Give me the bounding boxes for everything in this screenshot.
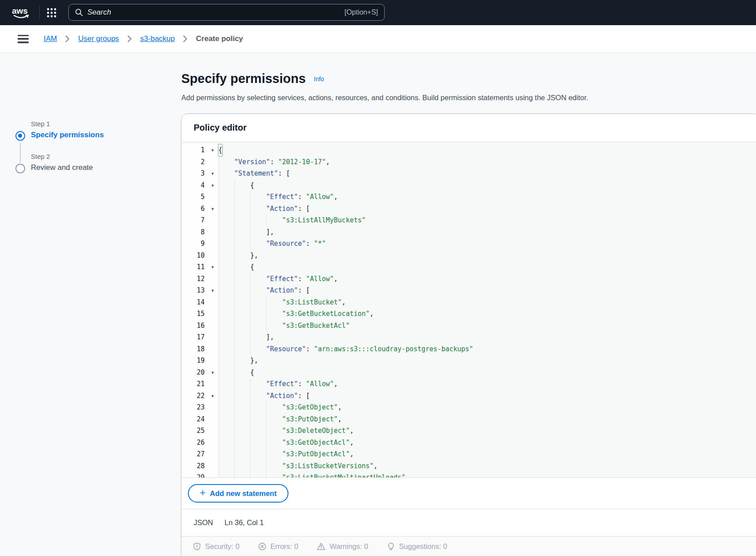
indent-guides [218,425,282,437]
json-string: "Allow" [306,273,334,285]
warning-triangle-icon [317,542,326,551]
json-string: "s3:GetBucketLocation" [282,308,370,320]
line-number: 24 [181,413,207,425]
code-line[interactable]: 13▾"Action": [ [181,285,756,297]
indent-guides [218,343,266,355]
code-line[interactable]: 27"s3:PutObjectAcl", [181,448,756,460]
code-line[interactable]: 15"s3:GetBucketLocation", [181,308,756,320]
code-line[interactable]: 3▾"Statement": [ [181,168,756,180]
suggestions-count[interactable]: Suggestions: 0 [387,542,447,551]
indent-guides [218,378,266,390]
search-icon [75,8,83,16]
code-line[interactable]: 19}, [181,355,756,367]
json-punctuation: , [334,273,338,285]
line-number: 2 [181,156,207,168]
json-punctuation: ], [266,331,274,343]
code-text: "Statement": [ [218,168,756,180]
fold-toggle-icon[interactable]: ▾ [207,261,218,273]
code-line[interactable]: 8], [181,226,756,238]
code-line[interactable]: 2"Version": "2012-10-17", [181,156,756,168]
code-text: { [218,144,756,156]
aws-logo-icon[interactable]: aws [11,5,32,20]
side-menu-icon[interactable] [18,35,29,43]
json-punctuation: , [350,448,354,460]
indent-guides [218,168,234,180]
json-punctuation: , [405,472,409,477]
json-string: "s3:ListBucketVersions" [282,460,374,472]
json-string: "s3:ListAllMyBuckets" [282,214,366,226]
breadcrumb-link-iam[interactable]: IAM [44,34,57,43]
code-line[interactable]: 4▾{ [181,180,756,192]
fold-toggle-icon[interactable]: ▾ [207,367,218,379]
json-punctuation: , [342,297,346,308]
code-line[interactable]: 16"s3:GetBucketAcl" [181,320,756,332]
json-code-editor[interactable]: 1▾{2"Version": "2012-10-17",3▾"Statement… [181,142,756,477]
code-line[interactable]: 21"Effect": "Allow", [181,378,756,390]
breadcrumb-link-s3-backup[interactable]: s3-backup [140,34,175,43]
code-text: "s3:DeleteObject", [218,425,756,437]
fold-toggle-icon[interactable]: ▾ [207,180,218,192]
json-punctuation: , [338,402,342,413]
services-grid-icon[interactable] [46,7,57,19]
code-line[interactable]: 25"s3:DeleteObject", [181,425,756,437]
page-header: Specify permissions Info [181,71,666,86]
code-line[interactable]: 9"Resource": "*" [181,238,756,250]
code-text: "Effect": "Allow", [218,378,756,390]
code-text: "s3:ListAllMyBuckets" [218,214,756,226]
fold-toggle-icon[interactable]: ▾ [207,285,218,297]
code-line[interactable]: 24"s3:PutObject", [181,413,756,425]
code-line[interactable]: 18"Resource": "arn:aws:s3:::cloudray-pos… [181,343,756,355]
plus-icon: + [200,487,206,499]
warnings-count[interactable]: Warnings: 0 [317,542,368,551]
editor-status-bar: JSON Ln 36, Col 1 [181,509,756,536]
security-count[interactable]: Security: 0 [193,542,240,551]
fold-toggle-icon[interactable]: ▾ [207,144,218,156]
top-navigation-bar: aws Search [Option+S] [0,0,756,25]
code-line[interactable]: 1▾{ [181,144,756,156]
code-line[interactable]: 23"s3:GetObject", [181,402,756,413]
code-line[interactable]: 7"s3:ListAllMyBuckets" [181,214,756,226]
step2-radio-icon[interactable] [15,164,25,173]
step1-radio-icon[interactable] [15,131,25,141]
code-line[interactable]: 20▾{ [181,367,756,379]
indent-guides [218,448,282,460]
code-text: "Resource": "*" [218,238,756,250]
search-input[interactable]: Search [Option+S] [68,4,385,21]
fold-gutter [207,472,218,477]
fold-toggle-icon[interactable]: ▾ [207,390,218,402]
chevron-right-icon [183,35,187,42]
code-line[interactable]: 14"s3:ListBucket", [181,297,756,308]
code-line[interactable]: 17], [181,331,756,343]
json-string: "Allow" [306,191,334,203]
code-line[interactable]: 22▾"Action": [ [181,390,756,402]
wizard-steps-nav: Step 1 Specify permissions Step 2 Review… [0,53,159,150]
json-string: "2012-10-17" [278,156,326,168]
fold-gutter [207,273,218,285]
step2-title[interactable]: Review and create [31,163,93,172]
json-key: "Effect" [266,378,298,390]
fold-toggle-icon[interactable]: ▾ [207,168,218,180]
code-line[interactable]: 26"s3:GetObjectAcl", [181,437,756,449]
indent-guides [218,238,266,250]
code-line[interactable]: 12"Effect": "Allow", [181,273,756,285]
line-number: 14 [181,297,207,308]
breadcrumb-link-user-groups[interactable]: User groups [78,34,119,43]
indent-guides [218,472,282,477]
info-link[interactable]: Info [314,75,324,83]
indent-guides [218,355,250,367]
code-line[interactable]: 28"s3:ListBucketVersions", [181,460,756,472]
fold-gutter [207,308,218,320]
code-line[interactable]: 11▾{ [181,261,756,273]
security-count-label: Security: 0 [205,542,240,551]
add-new-statement-button[interactable]: + Add new statement [188,484,288,503]
json-punctuation: : [270,156,278,168]
code-line[interactable]: 10}, [181,250,756,262]
code-line[interactable]: 6▾"Action": [ [181,203,756,215]
errors-count[interactable]: Errors: 0 [258,542,298,551]
code-line[interactable]: 5"Effect": "Allow", [181,191,756,203]
json-punctuation: , [350,437,354,449]
code-line[interactable]: 29"s3:ListBucketMultipartUploads", [181,472,756,477]
fold-toggle-icon[interactable]: ▾ [207,203,218,215]
json-string: "s3:ListBucketMultipartUploads" [282,472,405,477]
step1-title[interactable]: Specify permissions [31,131,104,139]
